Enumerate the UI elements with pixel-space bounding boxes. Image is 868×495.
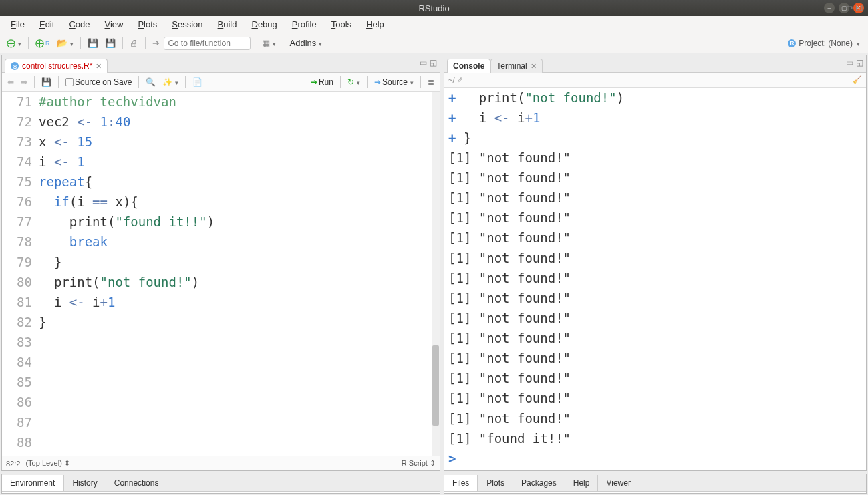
- project-selector[interactable]: RProject: (None): [788, 39, 860, 48]
- tab-connections[interactable]: Connections: [106, 475, 167, 491]
- source-button[interactable]: ➔Source: [372, 76, 416, 88]
- maximize-pane-icon[interactable]: ◱: [855, 3, 863, 12]
- find-button[interactable]: 🔍: [143, 76, 158, 88]
- close-tab-icon[interactable]: ✕: [96, 62, 102, 71]
- menu-view[interactable]: View: [98, 17, 130, 31]
- terminal-tab[interactable]: Terminal ✕: [490, 59, 542, 73]
- minimize-button[interactable]: –: [824, 3, 835, 13]
- console-popout-icon[interactable]: ⇗: [457, 75, 463, 84]
- tab-plots[interactable]: Plots: [478, 475, 513, 491]
- r-project-icon: R: [788, 39, 796, 47]
- rerun-button[interactable]: ↻: [345, 76, 363, 88]
- new-file-button[interactable]: ⨁: [4, 37, 24, 49]
- menu-file[interactable]: File: [4, 17, 31, 31]
- outline-button[interactable]: ≣: [425, 76, 437, 88]
- tab-help[interactable]: Help: [565, 475, 598, 491]
- tab-history[interactable]: History: [63, 475, 105, 491]
- new-project-button[interactable]: ⨁R: [33, 37, 53, 49]
- tab-viewer[interactable]: Viewer: [597, 475, 638, 491]
- menu-help[interactable]: Help: [359, 17, 391, 31]
- console-tab[interactable]: Console: [447, 59, 490, 73]
- main-toolbar: ⨁ ⨁R 📂 💾 💾 🖨 ➔ ▦ Addins RProject: (None): [0, 33, 868, 53]
- menu-tools[interactable]: Tools: [325, 17, 358, 31]
- forward-button[interactable]: ➡: [18, 76, 30, 88]
- files-pane: FilesPlotsPackagesHelpViewer ▭ ◱: [444, 474, 867, 494]
- menu-debug[interactable]: Debug: [245, 17, 284, 31]
- menu-profile[interactable]: Profile: [285, 17, 323, 31]
- tab-environment[interactable]: Environment: [2, 475, 63, 491]
- run-button[interactable]: ➔Run: [308, 76, 336, 88]
- menu-plots[interactable]: Plots: [131, 17, 164, 31]
- close-terminal-icon[interactable]: ✕: [531, 62, 537, 71]
- window-title: RStudio: [418, 3, 449, 13]
- code-editor[interactable]: #author techvidvanvec2 <- 1:40x <- 15i <…: [39, 92, 440, 456]
- menu-edit[interactable]: Edit: [33, 17, 61, 31]
- dirty-indicator: *: [90, 61, 93, 71]
- cursor-position: 82:2: [6, 460, 20, 468]
- console-working-dir: ~/: [448, 76, 454, 84]
- console-pane: Console Terminal ✕ ▭ ◱ ~/ ⇗ 🧹 + print("n…: [444, 55, 867, 471]
- console-output[interactable]: + print("not found!")+ i <- i+1+ }[1] "n…: [444, 88, 866, 470]
- r-file-icon: ◎: [11, 62, 19, 70]
- environment-pane: EnvironmentHistoryConnections ▭ ◱: [1, 474, 440, 494]
- wand-button[interactable]: ✨: [160, 76, 181, 88]
- menu-session[interactable]: Session: [165, 17, 209, 31]
- clear-console-icon[interactable]: 🧹: [853, 75, 862, 84]
- language-selector[interactable]: R Script ⇕: [402, 459, 436, 468]
- print-button[interactable]: 🖨: [127, 37, 141, 49]
- back-button[interactable]: ⬅: [5, 76, 17, 88]
- goto-arrow-icon: ➔: [150, 37, 162, 49]
- minimize-pane-icon[interactable]: ▭: [846, 58, 853, 67]
- maximize-pane-icon[interactable]: ◱: [856, 58, 863, 67]
- editor-scrollbar[interactable]: [432, 92, 440, 456]
- open-file-button[interactable]: 📂: [54, 37, 76, 49]
- report-button[interactable]: 📄: [190, 76, 205, 88]
- file-tab[interactable]: ◎ control strucures.R* ✕: [5, 59, 108, 73]
- tab-packages[interactable]: Packages: [513, 475, 565, 491]
- goto-file-input[interactable]: [164, 37, 251, 50]
- grid-button[interactable]: ▦: [259, 37, 279, 49]
- menu-build[interactable]: Build: [211, 17, 244, 31]
- addins-button[interactable]: Addins: [287, 37, 325, 49]
- scope-selector[interactable]: (Top Level) ⇕: [25, 459, 69, 468]
- minimize-pane-icon[interactable]: ▭: [845, 3, 853, 12]
- save-file-button[interactable]: 💾: [39, 76, 54, 88]
- minimize-pane-icon[interactable]: ▭: [420, 58, 427, 67]
- line-gutter: 71 72 73 74 75 76 77 78 79 80 81 82 83 8…: [2, 92, 39, 456]
- tab-files[interactable]: Files: [444, 475, 478, 491]
- save-button[interactable]: 💾: [85, 37, 101, 49]
- save-all-button[interactable]: 💾: [102, 37, 118, 49]
- source-on-save-checkbox[interactable]: Source on Save: [63, 76, 134, 88]
- menubar: FileEditCodeViewPlotsSessionBuildDebugPr…: [0, 16, 868, 33]
- menu-code[interactable]: Code: [62, 17, 96, 31]
- window-titlebar: RStudio – ▢ ✕: [0, 0, 868, 16]
- maximize-pane-icon[interactable]: ◱: [430, 58, 437, 67]
- source-pane: ◎ control strucures.R* ✕ ▭ ◱ ⬅ ➡ 💾 Sou: [1, 55, 440, 471]
